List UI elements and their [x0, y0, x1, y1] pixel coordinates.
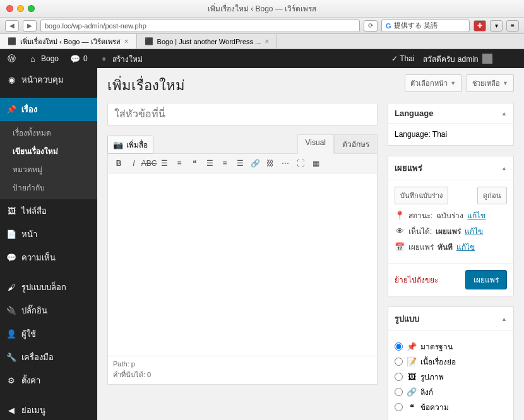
editor-body[interactable]	[107, 173, 378, 356]
extension-icon[interactable]: ▾	[490, 20, 503, 32]
language-indicator[interactable]: ✓ Thai	[391, 54, 414, 63]
sidebar-sub-categories[interactable]: หมวดหมู่	[0, 160, 97, 178]
reload-button[interactable]: ⟳	[364, 20, 378, 32]
comments-link[interactable]: 💬0	[70, 54, 88, 64]
browser-tab[interactable]: ⬛ เพิ่มเรื่องใหม่ ‹ Bogo — เวิร์ดเพรส ×	[0, 34, 137, 49]
pin-icon: 📌	[6, 105, 16, 115]
plus-icon: +	[99, 54, 109, 64]
fullscreen-button[interactable]: ⛶	[294, 156, 307, 170]
format-link[interactable]: 🔗ลิงก์	[395, 386, 507, 398]
sidebar-item-settings[interactable]: ⚙ตั้งค่า	[0, 369, 97, 392]
toolbar-toggle-button[interactable]: ▦	[309, 156, 323, 170]
edit-status-link[interactable]: แก้ไข	[467, 209, 485, 221]
tab-label: Bogo | Just another WordPress ...	[157, 38, 261, 45]
sidebar-item-users[interactable]: 👤ผู้ใช้	[0, 322, 97, 346]
sidebar-collapse[interactable]: ◀ย่อเมนู	[0, 399, 97, 420]
quote-icon: ❝	[407, 402, 417, 412]
strike-button[interactable]: ABC	[142, 156, 156, 170]
wrench-icon: 🔧	[6, 353, 16, 363]
close-tab-icon[interactable]: ×	[265, 37, 269, 46]
sidebar-item-media[interactable]: 🖼ไฟล์สื่อ	[0, 199, 97, 223]
sidebar-item-pages[interactable]: 📄หน้า	[0, 223, 97, 246]
collapse-icon: ◀	[6, 405, 16, 416]
italic-button[interactable]: I	[127, 156, 141, 170]
format-quote[interactable]: ❝ข้อความ	[395, 401, 507, 413]
publish-button[interactable]: เผยแพร่	[465, 270, 507, 289]
metabox-title: เผยแพร่	[395, 161, 422, 175]
browser-tab[interactable]: ⬛ Bogo | Just another WordPress ... ×	[137, 34, 278, 49]
language-metabox: Language▲ Language: Thai	[388, 103, 514, 146]
plug-icon: 🔌	[6, 306, 16, 316]
sidebar-item-posts[interactable]: 📌เรื่อง	[0, 98, 97, 121]
forward-button[interactable]: ▶	[23, 20, 37, 32]
chevron-up-icon[interactable]: ▲	[501, 316, 507, 322]
number-list-button[interactable]: ≡	[172, 156, 186, 170]
format-metabox: รูปแบบ▲ 📌มาตรฐาน 📝เนื้อเรื่องย่อ 🖼รูปภาพ…	[388, 306, 514, 420]
edit-schedule-link[interactable]: แก้ไข	[456, 241, 475, 253]
menu-icon[interactable]: ≡	[506, 20, 519, 32]
user-greeting[interactable]: สวัสดีครับ admin	[423, 53, 492, 65]
metabox-title: รูปแบบ	[395, 312, 419, 325]
add-media-button[interactable]: 📷เพิ่มสื่อ	[107, 136, 153, 154]
chevron-up-icon[interactable]: ▲	[501, 165, 507, 172]
format-standard[interactable]: 📌มาตรฐาน	[395, 341, 507, 353]
aside-icon: 📝	[407, 357, 417, 367]
eye-icon: 👁	[395, 226, 405, 236]
tab-visual[interactable]: Visual	[297, 134, 334, 154]
unlink-button[interactable]: ⛓	[263, 156, 277, 170]
search-field[interactable]: G提供する 英語	[381, 20, 470, 32]
sidebar-item-plugins[interactable]: 🔌ปลั๊กอิน	[0, 299, 97, 322]
bullet-list-button[interactable]: ☰	[157, 156, 171, 170]
trash-link[interactable]: ย้ายไปถังขยะ	[395, 274, 438, 286]
sidebar-item-tools[interactable]: 🔧เครื่องมือ	[0, 346, 97, 369]
home-icon: ⌂	[28, 54, 38, 64]
sidebar-sub-tags[interactable]: ป้ายกำกับ	[0, 178, 97, 197]
dashboard-icon: ◉	[6, 75, 16, 85]
close-tab-icon[interactable]: ×	[124, 37, 129, 46]
image-icon: 🖼	[407, 372, 417, 382]
tab-text[interactable]: ตัวอักษร	[334, 134, 378, 154]
chevron-down-icon: ▼	[450, 80, 456, 86]
link-button[interactable]: 🔗	[248, 156, 262, 170]
preview-button[interactable]: ดูก่อน	[477, 187, 507, 204]
edit-visibility-link[interactable]: แก้ไข	[465, 225, 483, 237]
browser-tabs: ⬛ เพิ่มเรื่องใหม่ ‹ Bogo — เวิร์ดเพรส × …	[0, 34, 524, 49]
camera-icon: 📷	[113, 140, 123, 150]
chevron-up-icon[interactable]: ▲	[501, 110, 507, 117]
favicon-icon: ⬛	[8, 37, 16, 45]
comment-icon: 💬	[70, 54, 80, 64]
tab-label: เพิ่มเรื่องใหม่ ‹ Bogo — เวิร์ดเพรส	[20, 36, 121, 47]
bold-button[interactable]: B	[112, 156, 126, 170]
post-title-input[interactable]	[107, 103, 378, 125]
align-center-button[interactable]: ≡	[218, 156, 232, 170]
new-content-link[interactable]: +สร้างใหม่	[99, 53, 143, 65]
url-field[interactable]: bogo.loc/wp-admin/post-new.php	[40, 20, 360, 32]
link-icon: 🔗	[407, 387, 417, 397]
gear-icon: ⚙	[6, 376, 16, 386]
sidebar-item-dashboard[interactable]: ◉หน้าควบคุม	[0, 68, 97, 91]
more-button[interactable]: ⋯	[278, 156, 292, 170]
titlebar: เพิ่มเรื่องใหม่ ‹ Bogo — เวิร์ดเพรส	[0, 0, 524, 18]
align-right-button[interactable]: ☰	[233, 156, 247, 170]
sidebar-item-appearance[interactable]: 🖌รูปแบบบล็อก	[0, 276, 97, 299]
help-button[interactable]: ช่วยเหลือ▼	[467, 74, 514, 92]
key-icon: 📍	[395, 211, 405, 221]
quote-button[interactable]: ❝	[188, 156, 201, 170]
page-title: เพิ่มเรื่องใหม่	[107, 74, 185, 96]
sidebar-sub-new-post[interactable]: เขียนเรื่องใหม่	[0, 142, 97, 160]
back-button[interactable]: ◀	[5, 20, 19, 32]
format-image[interactable]: 🖼รูปภาพ	[395, 371, 507, 383]
wp-logo[interactable]: Ⓦ	[6, 54, 16, 64]
extension-icon[interactable]: ✚	[473, 20, 486, 32]
screen-options-button[interactable]: ตัวเลือกหน้า▼	[405, 74, 461, 92]
media-icon: 🖼	[6, 206, 16, 216]
wordpress-icon: Ⓦ	[6, 54, 16, 64]
calendar-icon: 📅	[395, 242, 405, 252]
avatar-icon	[482, 54, 492, 64]
sidebar-item-comments[interactable]: 💬ความเห็น	[0, 246, 97, 269]
align-left-button[interactable]: ☰	[203, 156, 217, 170]
save-draft-button[interactable]: บันทึกฉบับร่าง	[395, 187, 448, 204]
site-link[interactable]: ⌂Bogo	[28, 54, 59, 64]
sidebar-sub-all-posts[interactable]: เรื่องทั้งหมด	[0, 124, 97, 142]
format-aside[interactable]: 📝เนื้อเรื่องย่อ	[395, 356, 507, 368]
